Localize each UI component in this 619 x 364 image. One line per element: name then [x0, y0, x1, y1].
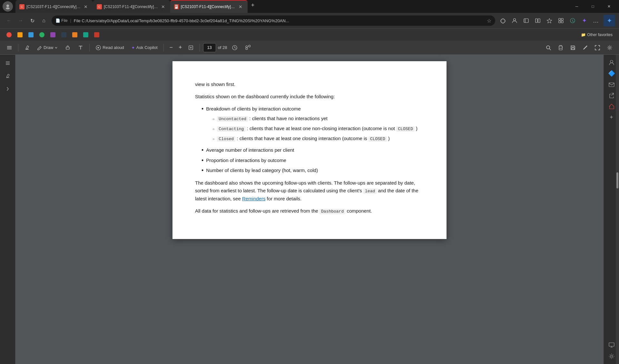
bullet-item-4: • Number of clients by lead category (ho…	[201, 167, 424, 175]
bookmark-item-1[interactable]	[4, 31, 14, 39]
bookmark-item-5[interactable]	[48, 31, 58, 39]
forward-button[interactable]: →	[15, 15, 26, 26]
text-tool-button[interactable]	[75, 43, 86, 53]
tab-bar: C [CS2103T-F11-4][Connectify]DG... ✕ C […	[15, 0, 567, 13]
history-button[interactable]	[229, 43, 240, 53]
toolbar-divider-4	[200, 44, 200, 52]
maximize-button[interactable]: □	[585, 1, 600, 12]
profile-button[interactable]	[509, 15, 520, 26]
profile-avatar[interactable]	[3, 1, 13, 12]
sidebar-highlight-icon[interactable]	[2, 70, 14, 82]
tab-ug[interactable]: C [CS2103T-F11-4][Connectify]UG... ✕	[93, 0, 170, 13]
page-number-input[interactable]	[203, 43, 216, 52]
right-panel-settings-icon[interactable]	[606, 351, 617, 361]
favorites-star-icon[interactable]: ☆	[487, 18, 491, 24]
items-list-button[interactable]	[4, 43, 15, 53]
sub-text-3: Closed : clients that have at least one …	[217, 135, 390, 143]
tab-pdf-active[interactable]: [CS2103T-F11-4][Connectify]DG... ✕	[170, 0, 248, 13]
pdf-toolbar: Draw Read aloud ✦ Ask Copilot − + of 28	[0, 41, 619, 55]
sidebar-chevron-icon[interactable]	[2, 83, 14, 95]
bookmark-item-6[interactable]	[59, 31, 69, 39]
bookmark-item-8[interactable]	[81, 31, 91, 39]
svg-rect-3	[175, 5, 177, 6]
search-button[interactable]	[543, 43, 554, 53]
fullscreen-button[interactable]	[592, 43, 603, 53]
browser-essentials-button[interactable]	[567, 15, 578, 26]
eraser-tool-button[interactable]	[62, 43, 73, 53]
zoom-out-button[interactable]: −	[167, 43, 176, 53]
tab-close-2[interactable]: ✕	[160, 4, 166, 10]
zoom-in-button[interactable]: +	[176, 43, 185, 53]
bookmark-favicon-5	[50, 32, 55, 37]
toolbar-divider-3	[163, 44, 164, 52]
reload-button[interactable]: ↻	[27, 15, 37, 26]
ask-copilot-button[interactable]: ✦ Ask Copilot	[129, 43, 160, 53]
svg-rect-12	[561, 18, 563, 20]
copilot-button[interactable]: ✦	[579, 15, 589, 26]
collections-button[interactable]	[556, 15, 566, 26]
svg-rect-26	[572, 48, 574, 50]
save-button[interactable]	[567, 43, 578, 53]
read-mode-button[interactable]	[533, 15, 543, 26]
new-tab-button[interactable]: +	[248, 0, 258, 10]
right-panel-home-icon[interactable]	[606, 101, 617, 111]
sidebar-list-icon[interactable]	[2, 57, 14, 69]
print-button[interactable]	[555, 43, 566, 53]
settings-menu-button[interactable]: …	[591, 15, 601, 26]
read-aloud-label: Read aloud	[103, 45, 124, 50]
bookmark-favicon-9	[94, 32, 99, 37]
right-panel-share-icon[interactable]	[606, 90, 617, 101]
code-closed-1: CLOSED	[396, 126, 415, 132]
close-button[interactable]: ✕	[602, 1, 616, 12]
pdf-settings-button[interactable]	[604, 43, 615, 53]
scrollbar-track[interactable]	[616, 55, 619, 364]
pdf-bullet-list: • Breakdown of clients by interaction ou…	[201, 105, 424, 175]
svg-point-27	[609, 47, 611, 48]
svg-rect-4	[175, 6, 177, 6]
main-content-area: view is shown first. Statistics shown on…	[0, 55, 619, 364]
right-panel-profile-icon[interactable]	[606, 57, 617, 68]
draw-label: Draw	[44, 45, 53, 50]
right-panel-screen-icon[interactable]	[606, 340, 617, 350]
extensions-button[interactable]	[498, 15, 508, 26]
right-panel-add-icon[interactable]: +	[606, 112, 617, 122]
tab-close-1[interactable]: ✕	[83, 4, 89, 10]
tab-title-3: [CS2103T-F11-4][Connectify]DG...	[181, 5, 235, 9]
svg-rect-18	[66, 47, 69, 49]
bookmark-item-7[interactable]	[70, 31, 80, 39]
pdf-dashboard-para: The dashboard also shows the upcoming fo…	[195, 179, 424, 203]
ask-copilot-label: Ask Copilot	[136, 45, 158, 50]
reminders-link[interactable]: Reminders	[242, 196, 266, 201]
bookmark-item-3[interactable]	[26, 31, 36, 39]
pdf-stats-heading: Statistics shown on the dashboard curren…	[195, 93, 424, 101]
other-favorites-button[interactable]: 📁 Other favorites	[578, 31, 615, 38]
right-panel-mail-icon[interactable]	[606, 79, 617, 90]
sub-dot-2: ○	[212, 127, 214, 132]
copilot-panel-button[interactable]: ✦	[604, 15, 615, 26]
address-bar[interactable]: 📄 File | File C:/Users/atsy0/AppData/Loc…	[52, 15, 495, 26]
bookmark-item-9[interactable]	[92, 31, 102, 39]
home-button[interactable]: ⌂	[39, 15, 49, 26]
sidebar-toggle-button[interactable]	[521, 15, 531, 26]
toolbar-divider-2	[89, 44, 90, 52]
bullet-dot-3: •	[201, 157, 203, 165]
tab-close-3[interactable]: ✕	[237, 4, 244, 10]
sub-text-1: Uncontacted : clients that have no inter…	[217, 115, 328, 123]
tab-dg[interactable]: C [CS2103T-F11-4][Connectify]DG... ✕	[15, 0, 93, 13]
read-aloud-button[interactable]: Read aloud	[93, 43, 127, 53]
svg-rect-7	[524, 19, 528, 23]
bookmark-item-2[interactable]	[15, 31, 25, 39]
right-panel-copilot-icon[interactable]: 🔷	[606, 68, 617, 79]
favorites-button[interactable]	[544, 15, 555, 26]
scrollbar-thumb[interactable]	[616, 172, 618, 188]
draw-tool-button[interactable]: Draw	[34, 43, 60, 53]
fit-page-button[interactable]	[185, 43, 196, 53]
annotate-draw-button[interactable]	[580, 43, 591, 53]
share-button[interactable]	[242, 43, 253, 53]
back-button[interactable]: ←	[4, 15, 14, 26]
pdf-viewer: view is shown first. Statistics shown on…	[15, 55, 604, 364]
highlight-tool-button[interactable]	[22, 43, 33, 53]
minimize-button[interactable]: ─	[569, 1, 584, 12]
window-controls: ─ □ ✕	[569, 1, 616, 12]
bookmark-item-4[interactable]	[37, 31, 47, 39]
